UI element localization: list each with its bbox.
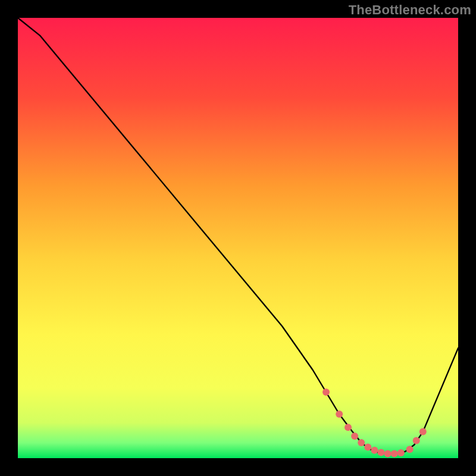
highlight-dot <box>345 424 352 431</box>
highlight-dot <box>351 433 358 440</box>
bottleneck-chart <box>0 0 476 476</box>
highlight-dot <box>364 444 371 451</box>
highlight-dot <box>336 411 343 418</box>
highlight-dot <box>406 446 414 453</box>
highlight-dot <box>322 389 330 396</box>
highlight-dot <box>413 437 420 444</box>
chart-container: TheBottleneck.com <box>0 0 476 476</box>
highlight-dot <box>397 449 405 456</box>
highlight-dot <box>391 450 398 458</box>
highlight-dot <box>378 449 385 456</box>
highlight-dot <box>419 428 427 436</box>
highlight-dot <box>358 439 365 446</box>
highlight-dot <box>371 447 378 454</box>
highlight-dot <box>384 450 392 458</box>
watermark-text: TheBottleneck.com <box>349 2 471 18</box>
plot-background <box>18 18 458 458</box>
